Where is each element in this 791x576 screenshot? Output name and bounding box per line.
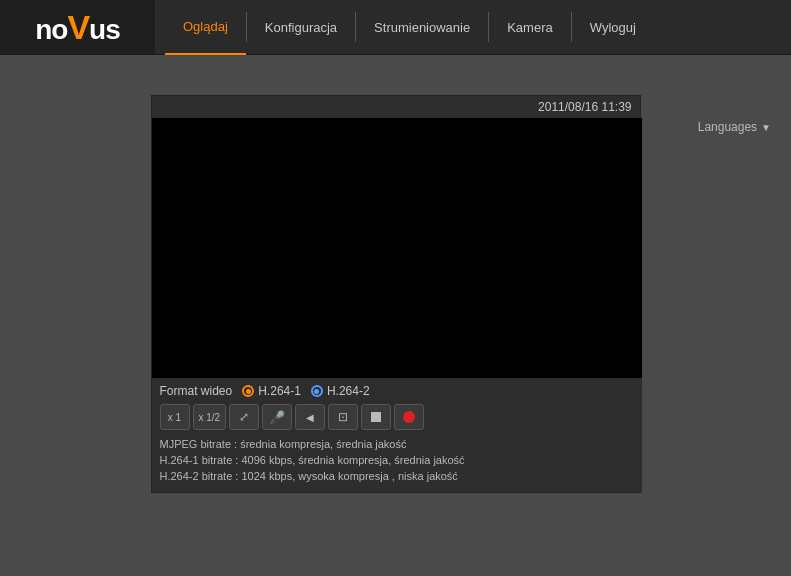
stop-button[interactable]: [361, 404, 391, 430]
format-row: Format wideo H.264-1 H.264-2: [160, 384, 634, 398]
nav-item-strumieniowanie[interactable]: Strumieniowanie: [356, 0, 488, 55]
video-screen: [152, 118, 642, 378]
nav-item-konfiguracja[interactable]: Konfiguracja: [247, 0, 355, 55]
nav-item-ogladaj[interactable]: Oglądaj: [165, 0, 246, 55]
info-line-mjpeg: MJPEG bitrate : średnia kompresja, średn…: [160, 436, 634, 452]
radio-circle-h264-2: [311, 385, 323, 397]
fullscreen-button[interactable]: ⤢: [229, 404, 259, 430]
nav-item-wyloguj[interactable]: Wyloguj: [572, 0, 654, 55]
video-timestamp: 2011/08/16 11:39: [152, 96, 640, 118]
radio-label-h264-2: H.264-2: [327, 384, 370, 398]
logo-area: noVus: [0, 0, 155, 55]
x1-button[interactable]: x 1: [160, 404, 190, 430]
buttons-row: x 1 x 1/2 ⤢ 🎤 ◀ ⊡: [160, 404, 634, 430]
record-icon: [403, 411, 415, 423]
controls-area: Format wideo H.264-1 H.264-2 x 1: [152, 378, 642, 492]
main-content: Languages ▼ 2011/08/16 11:39 Format wide…: [0, 55, 791, 576]
nav-item-kamera[interactable]: Kamera: [489, 0, 571, 55]
navbar: noVus Oglądaj Konfiguracja Strumieniowan…: [0, 0, 791, 55]
mic-icon: 🎤: [269, 410, 285, 425]
record-button[interactable]: [394, 404, 424, 430]
stop-icon: [371, 412, 381, 422]
format-label: Format wideo: [160, 384, 233, 398]
radio-h264-2[interactable]: H.264-2: [311, 384, 370, 398]
video-container: 2011/08/16 11:39 Format wideo H.264-1 H.…: [151, 95, 641, 493]
x12-button[interactable]: x 1/2: [193, 404, 227, 430]
chevron-down-icon: ▼: [761, 122, 771, 133]
info-line-h264-1: H.264-1 bitrate : 4096 kbps, średnia kom…: [160, 452, 634, 468]
languages-dropdown[interactable]: Languages ▼: [698, 120, 771, 134]
info-rows: MJPEG bitrate : średnia kompresja, średn…: [160, 436, 634, 484]
radio-label-h264-1: H.264-1: [258, 384, 301, 398]
logo: noVus: [35, 8, 120, 47]
info-line-h264-2: H.264-2 bitrate : 1024 kbps, wysoka komp…: [160, 468, 634, 484]
radio-h264-1[interactable]: H.264-1: [242, 384, 301, 398]
radio-circle-h264-1: [242, 385, 254, 397]
snapshot-button[interactable]: ⊡: [328, 404, 358, 430]
mic-button[interactable]: 🎤: [262, 404, 292, 430]
playback-button[interactable]: ◀: [295, 404, 325, 430]
playback-icon: ◀: [306, 412, 314, 423]
nav-links: Oglądaj Konfiguracja Strumieniowanie Kam…: [155, 0, 791, 54]
snapshot-icon: ⊡: [338, 410, 348, 424]
fullscreen-icon: ⤢: [239, 410, 249, 424]
